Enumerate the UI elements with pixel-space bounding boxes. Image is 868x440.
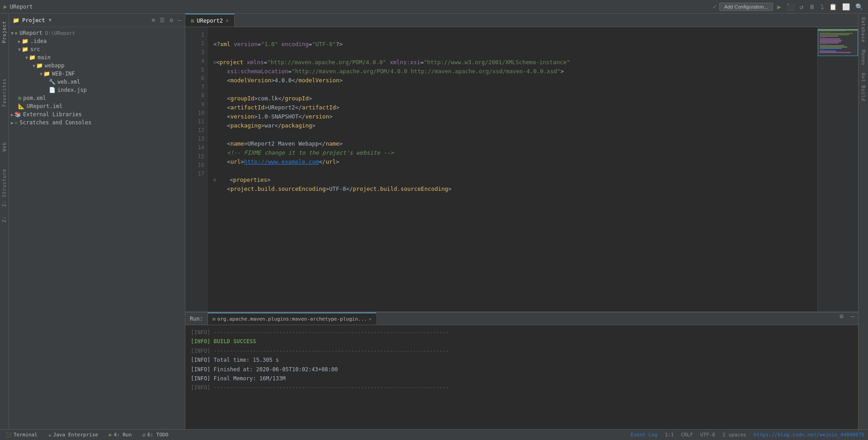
arrow-ureport: ▼ [11, 31, 14, 36]
step-over-icon[interactable]: ⤵ [819, 3, 825, 10]
tree-item-extlibs[interactable]: ▶ 📚 External Libraries [9, 110, 185, 118]
database-panel-label[interactable]: Database [861, 14, 866, 46]
run-tabs: Run: m org.apache.maven.plugins:maven-ar… [185, 312, 858, 325]
run-bottom-label: 4: Run [114, 432, 132, 438]
java-enterprise-label: Java Enterprise [53, 432, 98, 438]
tree-item-webinf[interactable]: ▼ 📁 WEB-INF [9, 70, 185, 78]
titlebar: ▶ UReport ✓ Add Configuration... ▶ ⬛ ↺ ⏸… [0, 0, 868, 14]
arrow-src: ▼ [18, 47, 21, 52]
console-output[interactable]: [INFO] ---------------------------------… [185, 325, 858, 429]
structure-strip-label[interactable]: Z: Structure [2, 166, 7, 209]
z-strip-label[interactable]: Z: [2, 215, 7, 223]
green-check-icon: ✓ [713, 3, 717, 10]
ant-build-panel-label[interactable]: Ant Build [861, 69, 866, 105]
label-idea: .idea [30, 38, 47, 44]
status-spaces: 2 spaces [722, 432, 746, 438]
run-label: Run: [185, 312, 208, 325]
editor-tabs: m UReport2 ✕ [185, 14, 858, 27]
todo-tab[interactable]: ☑ 6: TODO [141, 432, 170, 438]
run-settings-icon[interactable]: ⚙ [836, 312, 847, 325]
tab-icon-ureport2: m [191, 18, 194, 24]
label-webapp: webapp [45, 62, 64, 69]
label-webinf: WEB-INF [52, 71, 75, 77]
console-line-5: [INFO] Finished at: 2020-06-05T10:02:43+… [191, 365, 853, 374]
icon-ureportiml: 📐 [18, 103, 25, 109]
coverage-icon[interactable]: 📋 [828, 3, 838, 10]
window-restore-icon[interactable]: ⬜ [841, 3, 851, 10]
stop-icon[interactable]: ⬛ [785, 3, 796, 10]
java-enterprise-icon: ☕ [48, 432, 52, 438]
tree-item-src[interactable]: ▼ 📁 src [9, 45, 185, 53]
tree-item-pomxml[interactable]: m pom.xml [9, 94, 185, 102]
tab-close-ureport2[interactable]: ✕ [226, 18, 229, 24]
tree-item-idea[interactable]: ▶ 📁 .idea [9, 37, 185, 45]
console-line-1: [INFO] ---------------------------------… [191, 328, 853, 337]
project-collapse-icon[interactable]: ☰ [160, 17, 165, 24]
icon-ureport: ▪ [14, 30, 18, 36]
add-configuration-button[interactable]: Add Configuration... [719, 3, 773, 11]
run-minimize-icon[interactable]: — [847, 312, 858, 325]
icon-main: 📁 [29, 54, 36, 61]
project-dropdown-arrow[interactable]: ▼ [49, 17, 52, 23]
run-bottom-icon: ▶ [109, 432, 112, 438]
favorites-strip-label[interactable]: Favorites [2, 76, 7, 109]
event-log-link[interactable]: Event Log [631, 432, 658, 438]
tree-item-webapp[interactable]: ▼ 📁 webapp [9, 62, 185, 70]
label-webxml: web.xml [57, 79, 80, 85]
run-tab-close[interactable]: ✕ [369, 317, 372, 322]
run-icon[interactable]: ▶ [776, 3, 782, 10]
status-position: 1:1 [665, 432, 674, 438]
status-format: UTF-8 [700, 432, 715, 438]
editor-content: 12345 678910 1112131415 1617 <?xml versi… [185, 27, 858, 312]
label-ureportiml: UReport.iml [27, 103, 62, 109]
pause-icon[interactable]: ⏸ [807, 3, 816, 10]
tree-item-scratches[interactable]: ▶ ✏ Scratches and Consoles [9, 118, 185, 127]
left-activity-strip: Project Favorites Web Z: Structure Z: [0, 14, 9, 429]
tree-item-webxml[interactable]: 🔧 web.xml [9, 78, 185, 86]
run-tab-bottom[interactable]: ▶ 4: Run [107, 432, 133, 438]
status-url[interactable]: https://blog.csdn.net/weixin_44098075 [754, 432, 864, 438]
path-ureport: D:\UReport [45, 30, 75, 36]
maven-panel-label[interactable]: Maven [861, 46, 866, 69]
icon-indexjsp: 📄 [49, 87, 56, 93]
terminal-icon: ⬛ [5, 432, 12, 438]
label-ureport: UReport [19, 30, 42, 36]
terminal-label: Terminal [14, 432, 38, 438]
java-enterprise-tab[interactable]: ☕ Java Enterprise [47, 432, 100, 438]
project-title[interactable]: Project [22, 17, 45, 24]
reload-icon[interactable]: ↺ [798, 3, 805, 10]
editor-tab-ureport2[interactable]: m UReport2 ✕ [185, 14, 235, 27]
console-line-6: [INFO] Final Memory: 16M/133M [191, 374, 853, 383]
icon-webapp: 📁 [36, 62, 43, 69]
terminal-tab[interactable]: ⬛ Terminal [4, 432, 39, 438]
label-extlibs: External Libraries [23, 111, 82, 118]
todo-icon: ☑ [142, 432, 146, 438]
run-tab-icon: m [212, 316, 216, 322]
right-sidebar: Database Maven Ant Build [858, 14, 868, 429]
console-line-2: [INFO] BUILD SUCCESS [191, 337, 853, 346]
project-add-icon[interactable]: ⊕ [152, 17, 156, 24]
project-settings-icon[interactable]: ⚙ [170, 17, 173, 24]
bottom-panel: Run: m org.apache.maven.plugins:maven-ar… [185, 312, 858, 429]
console-line-4: [INFO] Total time: 15.305 s [191, 355, 853, 364]
tree-item-indexjsp[interactable]: 📄 index.jsp [9, 86, 185, 94]
code-area[interactable]: <?xml version="1.0" encoding="UTF-8"?> ▽… [208, 27, 817, 312]
arrow-idea: ▶ [18, 39, 21, 44]
run-tab-label: org.apache.maven.plugins:maven-archetype… [217, 316, 367, 322]
arrow-webapp: ▼ [33, 63, 35, 68]
run-tab-maven[interactable]: m org.apache.maven.plugins:maven-archety… [208, 312, 376, 325]
tree-item-main[interactable]: ▼ 📁 main [9, 53, 185, 62]
console-line-7: [INFO] ---------------------------------… [191, 383, 853, 392]
search-everywhere-icon[interactable]: 🔍 [854, 3, 864, 10]
arrow-extlibs: ▶ [11, 112, 14, 117]
tree-item-ureportiml[interactable]: 📐 UReport.iml [9, 102, 185, 110]
tree-item-ureport[interactable]: ▼ ▪ UReport D:\UReport [9, 29, 185, 37]
project-minimize-icon[interactable]: — [178, 17, 181, 24]
bottom-toolbar: ⬛ Terminal ☕ Java Enterprise ▶ 4: Run ☑ … [0, 429, 868, 440]
line-numbers: 12345 678910 1112131415 1617 [185, 27, 208, 312]
project-strip-label[interactable]: Project [2, 18, 7, 46]
web-strip-label[interactable]: Web [2, 139, 7, 154]
icon-idea: 📁 [22, 38, 28, 44]
project-dropdown-icon: 📁 [13, 17, 19, 24]
status-encoding: CRLF [681, 432, 693, 438]
